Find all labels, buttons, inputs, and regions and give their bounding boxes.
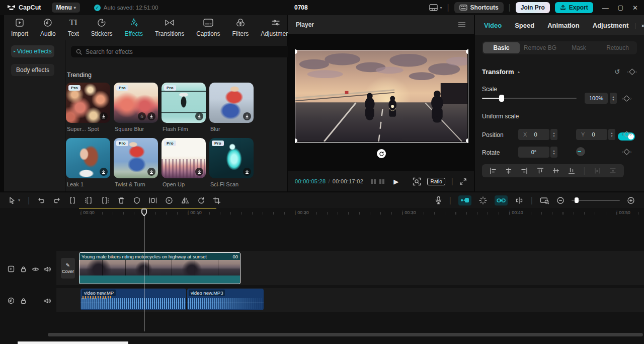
preview-quality-icon[interactable] bbox=[413, 177, 421, 186]
download-icon[interactable] bbox=[243, 112, 251, 120]
slider-thumb[interactable] bbox=[499, 95, 504, 102]
effects-search[interactable]: Search for effects bbox=[71, 46, 299, 57]
effect-card-square-blur[interactable]: Pro ☆ bbox=[114, 83, 158, 123]
tab-captions[interactable]: Captions bbox=[196, 18, 220, 37]
next-frame-icon[interactable] bbox=[379, 178, 385, 185]
undo-icon[interactable] bbox=[37, 196, 45, 204]
play-button[interactable]: ▶ bbox=[393, 178, 398, 185]
position-y-stepper[interactable]: ▴▾ bbox=[608, 129, 615, 140]
tab-effects[interactable]: Effects bbox=[124, 18, 142, 37]
resize-handle[interactable] bbox=[293, 139, 297, 143]
download-icon[interactable] bbox=[243, 168, 251, 176]
tab-stickers[interactable]: Stickers bbox=[91, 18, 113, 37]
audio-clip-2[interactable]: video new.MP3 bbox=[187, 289, 264, 310]
effect-card-leak-1[interactable] bbox=[66, 138, 110, 178]
effect-card-twist-turn[interactable]: Pro bbox=[114, 138, 158, 178]
timeline-scrollbar[interactable] bbox=[48, 333, 643, 336]
mute-track-icon[interactable] bbox=[42, 264, 52, 274]
more-tabs-icon[interactable]: » bbox=[641, 22, 644, 29]
audio-clip-1[interactable]: video new.MP bbox=[80, 289, 186, 310]
align-bottom-icon[interactable] bbox=[568, 167, 576, 175]
keyframe-control[interactable]: ‹› bbox=[622, 131, 632, 137]
menu-button[interactable]: Menu ▾ bbox=[52, 3, 79, 13]
resize-handle[interactable] bbox=[466, 49, 470, 54]
download-icon[interactable] bbox=[195, 112, 203, 120]
fullscreen-icon[interactable] bbox=[459, 178, 467, 185]
download-icon[interactable] bbox=[100, 168, 108, 176]
align-center-horizontal-icon[interactable] bbox=[505, 167, 513, 175]
timeline-view-options-icon[interactable] bbox=[540, 196, 549, 204]
magnetic-snap-toggle[interactable] bbox=[458, 195, 471, 205]
ratio-button[interactable]: Ratio bbox=[427, 178, 445, 185]
effect-card-scifi-scan[interactable]: Pro bbox=[209, 138, 254, 178]
minimize-button[interactable]: — bbox=[602, 4, 609, 12]
cover-button[interactable]: ✎ Cover bbox=[61, 258, 75, 279]
rotate-dial[interactable] bbox=[576, 147, 585, 156]
distribute-vertical-icon[interactable] bbox=[609, 167, 617, 175]
sidebar-item-body-effects[interactable]: Body effects bbox=[11, 64, 54, 76]
preview-axis-icon[interactable] bbox=[478, 196, 488, 205]
scale-value[interactable]: 100% bbox=[585, 93, 608, 104]
crop-icon[interactable] bbox=[213, 196, 221, 204]
playhead-line[interactable] bbox=[144, 209, 144, 331]
export-button[interactable]: Export bbox=[555, 2, 593, 13]
delete-right-icon[interactable] bbox=[101, 196, 110, 204]
subtab-mask[interactable]: Mask bbox=[560, 42, 597, 53]
video-clip[interactable]: Young male bikers riding motorcycles on … bbox=[79, 252, 240, 284]
volume-line[interactable] bbox=[80, 303, 186, 303]
tab-transitions[interactable]: Transitions bbox=[155, 18, 184, 37]
volume-line[interactable] bbox=[187, 303, 264, 303]
playhead-handle[interactable] bbox=[141, 209, 147, 217]
position-x-stepper[interactable]: ▴▾ bbox=[550, 129, 557, 140]
effect-card-flash-film[interactable]: Pro bbox=[162, 83, 206, 123]
lock-track-icon[interactable] bbox=[18, 296, 28, 306]
keyframe-control[interactable]: ‹› bbox=[622, 96, 632, 101]
hide-track-icon[interactable] bbox=[30, 264, 40, 274]
align-left-icon[interactable] bbox=[489, 167, 497, 175]
rotate-tool-icon[interactable] bbox=[197, 196, 205, 204]
align-right-icon[interactable] bbox=[520, 167, 528, 175]
position-y-input[interactable]: Y 0 bbox=[576, 129, 607, 140]
record-voiceover-icon[interactable] bbox=[435, 196, 442, 204]
download-icon[interactable] bbox=[147, 168, 155, 176]
maximize-button[interactable]: ▢ bbox=[618, 4, 623, 11]
tab-audio[interactable]: Audio bbox=[40, 18, 56, 37]
mute-track-icon[interactable] bbox=[42, 296, 52, 306]
tab-filters[interactable]: Filters bbox=[232, 18, 249, 37]
keyframe-control[interactable]: ‹› bbox=[627, 69, 637, 75]
favorite-star-icon[interactable]: ☆ bbox=[138, 112, 146, 120]
speed-icon[interactable] bbox=[165, 196, 173, 204]
player-menu-icon[interactable] bbox=[458, 22, 466, 28]
reset-icon[interactable]: ↺ bbox=[614, 68, 620, 76]
effect-card-super-spot[interactable]: Pro bbox=[66, 83, 110, 123]
tab-speed[interactable]: Speed bbox=[515, 22, 534, 29]
collapse-icon[interactable]: ▲ bbox=[517, 70, 521, 74]
select-tool-button[interactable]: ▾ bbox=[8, 196, 20, 204]
freeze-frame-icon[interactable] bbox=[148, 196, 157, 204]
tab-adjustment[interactable]: Adjustment bbox=[261, 18, 291, 37]
scale-stepper[interactable]: ▴▾ bbox=[610, 93, 617, 104]
slider-thumb[interactable] bbox=[575, 197, 579, 203]
zoom-in-icon[interactable] bbox=[627, 196, 635, 204]
effect-card-blur[interactable] bbox=[209, 83, 254, 123]
align-top-icon[interactable] bbox=[536, 167, 544, 175]
slider-track[interactable] bbox=[572, 200, 620, 201]
auto-ripple-icon[interactable] bbox=[515, 196, 524, 204]
rotate-input[interactable]: 0° bbox=[518, 147, 549, 158]
shortcuts-button[interactable]: Shortcuts bbox=[454, 2, 504, 13]
mute-icon[interactable] bbox=[133, 196, 141, 204]
effect-card-open-up[interactable]: Pro bbox=[162, 138, 206, 178]
subtab-remove-bg[interactable]: Remove BG bbox=[522, 42, 558, 53]
tab-video[interactable]: Video bbox=[484, 22, 502, 29]
resize-handle[interactable] bbox=[466, 139, 470, 143]
lock-track-icon[interactable] bbox=[18, 264, 28, 274]
close-button[interactable]: ✕ bbox=[632, 4, 638, 12]
previous-frame-icon[interactable] bbox=[370, 178, 377, 185]
download-icon[interactable] bbox=[195, 168, 203, 176]
align-center-vertical-icon[interactable] bbox=[552, 167, 560, 175]
keyframe-control[interactable]: ‹› bbox=[622, 149, 632, 155]
zoom-out-icon[interactable] bbox=[556, 196, 565, 204]
download-icon[interactable] bbox=[147, 112, 155, 120]
redo-icon[interactable] bbox=[53, 196, 61, 204]
tab-text[interactable]: TI Text bbox=[68, 18, 79, 37]
